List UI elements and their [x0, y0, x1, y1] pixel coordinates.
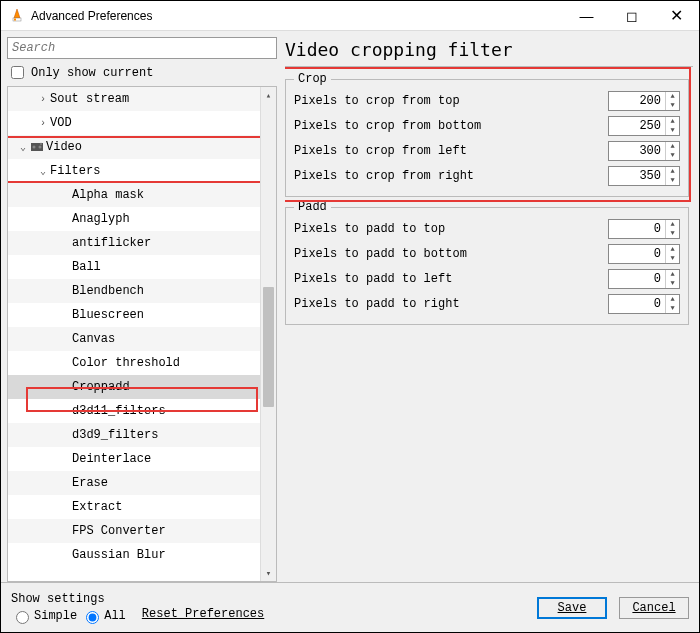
scroll-up-button[interactable]: ▴ — [261, 87, 276, 103]
padd-left-input[interactable] — [609, 270, 665, 288]
padd-left-spinner[interactable]: ▲▼ — [608, 269, 680, 289]
crop-left-input[interactable] — [609, 142, 665, 160]
tree-label: d3d9_filters — [72, 428, 158, 442]
save-button[interactable]: Save — [537, 597, 607, 619]
chevron-right-icon: › — [36, 94, 50, 105]
padd-right-spinner[interactable]: ▲▼ — [608, 294, 680, 314]
close-button[interactable]: ✕ — [654, 1, 699, 30]
panel-title: Video cropping filter — [285, 37, 693, 67]
spin-down-icon[interactable]: ▼ — [666, 279, 679, 288]
tree-item-vod[interactable]: › VOD — [8, 111, 260, 135]
crop-legend: Crop — [294, 72, 331, 86]
crop-left-label: Pixels to crop from left — [294, 144, 608, 158]
padd-bottom-label: Pixels to padd to bottom — [294, 247, 608, 261]
tree-item-filter[interactable]: d3d11_filters — [8, 399, 260, 423]
crop-bottom-input[interactable] — [609, 117, 665, 135]
spin-down-icon[interactable]: ▼ — [666, 254, 679, 263]
all-radio-label[interactable]: All — [81, 608, 126, 624]
tree-item-filter[interactable]: d3d9_filters — [8, 423, 260, 447]
tree-item-filter[interactable]: Gaussian Blur — [8, 543, 260, 567]
scrollbar[interactable]: ▴ ▾ — [260, 87, 276, 581]
tree-label: d3d11_filters — [72, 404, 166, 418]
cancel-button[interactable]: Cancel — [619, 597, 689, 619]
maximize-button[interactable]: ◻ — [609, 1, 654, 30]
tree-item-filter[interactable]: Deinterlace — [8, 447, 260, 471]
crop-bottom-label: Pixels to crop from bottom — [294, 119, 608, 133]
spin-down-icon[interactable]: ▼ — [666, 229, 679, 238]
tree-item-filter[interactable]: Canvas — [8, 327, 260, 351]
crop-right-spinner[interactable]: ▲▼ — [608, 166, 680, 186]
spin-up-icon[interactable]: ▲ — [666, 117, 679, 126]
simple-radio-label[interactable]: Simple — [11, 608, 77, 624]
crop-top-label: Pixels to crop from top — [294, 94, 608, 108]
tree-label: Anaglyph — [72, 212, 130, 226]
spin-up-icon[interactable]: ▲ — [666, 270, 679, 279]
tree-item-filter[interactable]: Erase — [8, 471, 260, 495]
svg-point-5 — [40, 143, 42, 145]
padd-left-label: Pixels to padd to left — [294, 272, 608, 286]
minimize-button[interactable]: — — [564, 1, 609, 30]
scroll-down-button[interactable]: ▾ — [261, 565, 276, 581]
crop-right-label: Pixels to crop from right — [294, 169, 608, 183]
spin-up-icon[interactable]: ▲ — [666, 167, 679, 176]
crop-top-spinner[interactable]: ▲▼ — [608, 91, 680, 111]
svg-point-4 — [39, 146, 42, 149]
tree-item-filter[interactable]: FPS Converter — [8, 519, 260, 543]
left-pane: Only show current › Sout stream › VOD ⌄ — [7, 37, 277, 582]
svg-point-3 — [33, 146, 36, 149]
crop-left-spinner[interactable]: ▲▼ — [608, 141, 680, 161]
spin-up-icon[interactable]: ▲ — [666, 220, 679, 229]
app-icon — [9, 8, 25, 24]
settings-tree: › Sout stream › VOD ⌄ Video ⌄ Filters — [7, 86, 277, 582]
padd-top-input[interactable] — [609, 220, 665, 238]
tree-item-filter[interactable]: Extract — [8, 495, 260, 519]
padd-top-spinner[interactable]: ▲▼ — [608, 219, 680, 239]
spin-up-icon[interactable]: ▲ — [666, 92, 679, 101]
tree-item-filter[interactable]: Blendbench — [8, 279, 260, 303]
tree-label: Gaussian Blur — [72, 548, 166, 562]
tree-item-filter[interactable]: Bluescreen — [8, 303, 260, 327]
crop-right-input[interactable] — [609, 167, 665, 185]
all-radio[interactable] — [86, 611, 99, 624]
tree-item-video[interactable]: ⌄ Video — [8, 135, 260, 159]
tree-label: Ball — [72, 260, 101, 274]
spin-up-icon[interactable]: ▲ — [666, 295, 679, 304]
chevron-down-icon: ⌄ — [36, 165, 50, 177]
tree-label: Bluescreen — [72, 308, 144, 322]
spin-down-icon[interactable]: ▼ — [666, 126, 679, 135]
tree-item-filter[interactable]: Croppadd — [8, 375, 260, 399]
preferences-window: Advanced Preferences — ◻ ✕ Only show cur… — [0, 0, 700, 633]
only-show-current-row: Only show current — [7, 63, 277, 82]
simple-radio[interactable] — [16, 611, 29, 624]
tree-item-filter[interactable]: Anaglyph — [8, 207, 260, 231]
spin-up-icon[interactable]: ▲ — [666, 245, 679, 254]
spin-down-icon[interactable]: ▼ — [666, 151, 679, 160]
only-show-current-label: Only show current — [31, 66, 153, 80]
crop-top-input[interactable] — [609, 92, 665, 110]
spin-down-icon[interactable]: ▼ — [666, 176, 679, 185]
tree-item-filter[interactable]: antiflicker — [8, 231, 260, 255]
tree-label: Blendbench — [72, 284, 144, 298]
footer: Show settings Simple All Reset Preferenc… — [1, 582, 699, 632]
tree-item-filter[interactable]: Color threshold — [8, 351, 260, 375]
spin-down-icon[interactable]: ▼ — [666, 304, 679, 313]
tree-label: Deinterlace — [72, 452, 151, 466]
reset-preferences-link[interactable]: Reset Preferences — [142, 607, 264, 621]
padd-bottom-input[interactable] — [609, 245, 665, 263]
only-show-current-checkbox[interactable] — [11, 66, 24, 79]
tree-item-sout-stream[interactable]: › Sout stream — [8, 87, 260, 111]
tree-item-filter[interactable]: Ball — [8, 255, 260, 279]
chevron-down-icon: ⌄ — [16, 141, 30, 153]
search-input[interactable] — [7, 37, 277, 59]
spin-up-icon[interactable]: ▲ — [666, 142, 679, 151]
padd-right-input[interactable] — [609, 295, 665, 313]
crop-bottom-spinner[interactable]: ▲▼ — [608, 116, 680, 136]
scroll-thumb[interactable] — [263, 287, 274, 407]
padd-bottom-spinner[interactable]: ▲▼ — [608, 244, 680, 264]
spin-down-icon[interactable]: ▼ — [666, 101, 679, 110]
tree-item-filters[interactable]: ⌄ Filters — [8, 159, 260, 183]
padd-top-label: Pixels to padd to top — [294, 222, 608, 236]
tree-label: Extract — [72, 500, 122, 514]
titlebar: Advanced Preferences — ◻ ✕ — [1, 1, 699, 31]
tree-item-filter[interactable]: Alpha mask — [8, 183, 260, 207]
